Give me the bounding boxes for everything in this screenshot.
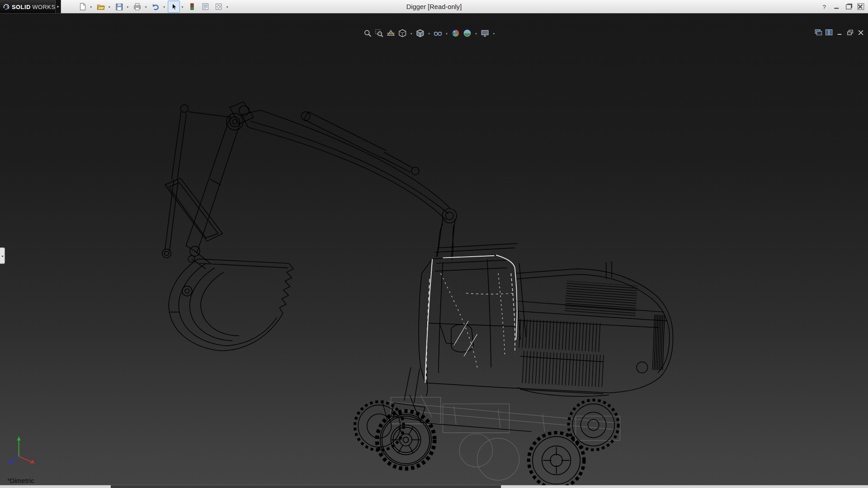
feature-manager-splitter[interactable]: ◂ [0,247,5,264]
new-document-icon [78,2,87,11]
open-dropdown-arrow[interactable]: ▾ [107,1,112,12]
display-style-cube-icon [416,29,425,38]
hide-show-items-dropdown[interactable]: ▾ [444,28,449,38]
zoom-to-area-icon [375,29,384,38]
zoom-to-fit-button[interactable] [363,28,373,38]
print-dropdown-arrow[interactable]: ▾ [143,1,148,12]
engine-grille-hatching [517,281,665,387]
new-button[interactable] [76,0,89,13]
view-settings-monitor-icon [481,29,490,38]
print-button[interactable] [131,0,143,13]
view-settings-dropdown[interactable]: ▾ [491,28,496,38]
restore-icon [846,4,851,9]
toolbar-group-filter [186,0,198,13]
section-view-button[interactable] [386,28,396,38]
new-window-button[interactable] [814,29,822,36]
toolbar-group-undo: ▾ [150,0,167,13]
view-settings-button[interactable] [480,28,490,38]
close-icon [858,3,864,10]
selection-filter-button[interactable] [186,0,198,13]
appearance-ball-icon [451,29,460,38]
toolbar-group-options: ▾ [212,0,230,13]
new-dropdown-arrow[interactable]: ▾ [89,1,94,12]
save-dropdown-arrow[interactable]: ▾ [125,1,130,12]
save-button[interactable] [113,0,125,13]
toolbar-group-new: ▾ [76,0,94,13]
undo-arrow-icon [151,2,160,11]
undo-button[interactable] [150,0,162,13]
application-window: SOLIDWORKS ▸ ▾ ▾ [0,0,868,488]
title-bar: SOLIDWORKS ▸ ▾ ▾ [0,0,868,14]
file-properties-button[interactable] [199,0,212,13]
edit-appearance-button[interactable] [451,28,461,38]
bottom-edge-dark-segment [111,485,501,488]
view-orientation-cube-icon [398,29,407,38]
select-dropdown-arrow[interactable]: ▾ [180,1,185,12]
zoom-to-fit-icon [363,29,372,38]
toolbar-group-save: ▾ [113,0,130,13]
options-gear-icon [214,2,223,11]
options-dropdown-arrow[interactable]: ▾ [225,1,230,12]
toolbar-group-fileprops [199,0,212,13]
minimize-button[interactable] [831,2,841,11]
menu-expand-arrow[interactable]: ▸ [55,0,61,13]
view-orientation-dropdown[interactable]: ▾ [409,28,414,38]
viewport[interactable]: ▾ ▾ ▾ [0,13,868,485]
solidworks-logo: SOLIDWORKS [0,0,55,13]
options-button[interactable] [212,0,225,13]
tile-windows-icon [826,29,833,35]
glasses-icon [434,29,443,38]
scene-globe-icon [463,29,472,38]
bucket [169,259,293,351]
close-button[interactable] [856,2,866,11]
wireframe-digger-model [0,13,868,485]
display-style-button[interactable] [415,28,425,38]
apply-scene-button[interactable] [462,28,472,38]
brand-text-bold: SOLID [12,3,31,10]
toolbar-group-select: ▾ [168,0,185,13]
display-style-dropdown[interactable]: ▾ [427,28,431,38]
doc-restore-button[interactable] [846,29,854,36]
doc-restore-icon [847,30,854,35]
save-floppy-icon [114,2,123,11]
restore-button[interactable] [844,2,854,11]
wheels [355,395,618,485]
view-orientation-button[interactable] [397,28,407,38]
printer-icon [133,2,142,11]
view-orientation-label: *Dimetric [7,477,34,485]
open-button[interactable] [94,0,107,13]
open-folder-icon [96,2,105,11]
hide-show-items-button[interactable] [433,28,443,38]
cab [419,244,526,396]
undo-dropdown-arrow[interactable]: ▾ [162,1,167,12]
reference-triad [5,431,44,466]
toolbar-group-open: ▾ [94,0,112,13]
doc-minimize-icon [836,30,843,35]
doc-close-icon [857,30,864,35]
main-toolbar: ▾ ▾ ▾ [76,0,230,13]
heads-up-view-toolbar: ▾ ▾ ▾ [363,28,496,38]
document-window-controls [814,29,864,36]
section-view-icon [387,29,396,38]
window-controls: ? [819,0,866,13]
undercarriage-ghost-lines [387,395,620,480]
selection-filter-icon [188,2,197,11]
select-tool-button[interactable] [168,0,180,13]
boom-arm [226,102,457,260]
doc-close-button[interactable] [856,29,864,36]
bottom-edge-strip [0,485,868,488]
brand-text-light: WORKS [32,3,55,10]
tile-windows-button[interactable] [825,29,833,36]
zoom-to-area-button[interactable] [374,28,384,38]
dipper-arm [162,104,241,269]
3ds-logo-icon [2,2,10,11]
doc-minimize-button[interactable] [835,29,844,36]
file-properties-icon [201,2,210,11]
cursor-arrow-icon [170,2,179,11]
new-window-icon [815,29,822,35]
help-button[interactable]: ? [819,2,829,11]
toolbar-group-print: ▾ [131,0,148,13]
wheel-front-left [377,411,434,469]
apply-scene-dropdown[interactable]: ▾ [474,28,478,38]
minimize-icon [834,8,839,9]
